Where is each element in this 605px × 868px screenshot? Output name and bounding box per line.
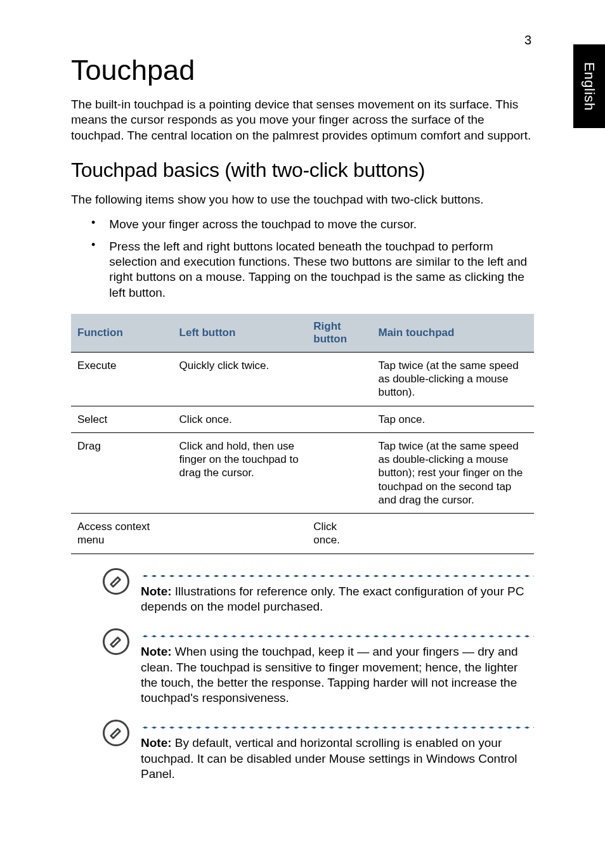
- note-body: Note: By default, vertical and horizonta…: [141, 720, 534, 782]
- th-left: Left button: [173, 314, 308, 353]
- cell-right: [307, 432, 372, 513]
- bullet-icon: •: [91, 217, 95, 232]
- function-table: Function Left button Right button Main t…: [71, 314, 534, 554]
- cell-left: Click and hold, then use finger on the t…: [173, 432, 308, 513]
- note-rest: By default, vertical and horizontal scro…: [141, 736, 517, 781]
- note-text: Note: By default, vertical and horizonta…: [141, 735, 534, 782]
- page-content: 3 Touchpad The built-in touchpad is a po…: [0, 0, 605, 825]
- note-bold: Note:: [141, 736, 172, 749]
- dots-divider-icon: [141, 635, 534, 638]
- note-rest: When using the touchpad, keep it — and y…: [141, 645, 518, 704]
- bullet-icon: •: [91, 239, 95, 301]
- cell-left: Click once.: [173, 406, 308, 432]
- cell-left: Quickly click twice.: [173, 352, 308, 406]
- note-text: Note: When using the touchpad, keep it —…: [141, 644, 534, 706]
- note-block: Note: Illustrations for reference only. …: [103, 568, 534, 615]
- note-rest: Illustrations for reference only. The ex…: [141, 585, 524, 613]
- section-sub: The following items show you how to use …: [71, 192, 534, 207]
- table-header-row: Function Left button Right button Main t…: [71, 314, 534, 353]
- page-number: 3: [71, 33, 534, 48]
- note-body: Note: When using the touchpad, keep it —…: [141, 628, 534, 706]
- cell-function: Select: [71, 406, 173, 432]
- cell-function: Drag: [71, 432, 173, 513]
- cell-main: Tap once.: [372, 406, 534, 432]
- note-text: Note: Illustrations for reference only. …: [141, 584, 534, 615]
- page-title: Touchpad: [71, 54, 534, 87]
- language-tab: English: [573, 44, 605, 128]
- note-bold: Note:: [141, 645, 172, 658]
- note-pencil-icon: [103, 628, 129, 655]
- cell-right: [307, 406, 372, 432]
- list-item-text: Press the left and right buttons located…: [109, 239, 534, 301]
- note-pencil-icon: [103, 720, 129, 746]
- cell-main: [372, 514, 534, 554]
- cell-right: Click once.: [307, 514, 372, 554]
- pencil-icon: [109, 574, 123, 588]
- cell-right: [307, 352, 372, 406]
- list-item: • Press the left and right buttons locat…: [71, 236, 534, 304]
- bullet-list: • Move your finger across the touchpad t…: [71, 214, 534, 304]
- table-row: Select Click once. Tap once.: [71, 406, 534, 432]
- section-heading: Touchpad basics (with two-click buttons): [71, 159, 534, 182]
- cell-function: Access context menu: [71, 514, 173, 554]
- list-item: • Move your finger across the touchpad t…: [71, 214, 534, 235]
- th-right: Right button: [307, 314, 372, 353]
- table-row: Execute Quickly click twice. Tap twice (…: [71, 352, 534, 406]
- note-pencil-icon: [103, 568, 129, 595]
- cell-function: Execute: [71, 352, 173, 406]
- cell-main: Tap twice (at the same speed as double-c…: [372, 432, 534, 513]
- table-row: Access context menu Click once.: [71, 514, 534, 554]
- table-row: Drag Click and hold, then use finger on …: [71, 432, 534, 513]
- dots-divider-icon: [141, 574, 534, 578]
- language-tab-label: English: [581, 62, 597, 111]
- cell-main: Tap twice (at the same speed as double-c…: [372, 352, 534, 406]
- note-block: Note: When using the touchpad, keep it —…: [103, 628, 534, 706]
- note-body: Note: Illustrations for reference only. …: [141, 568, 534, 615]
- th-main: Main touchpad: [372, 314, 534, 353]
- dots-divider-icon: [141, 726, 534, 729]
- note-block: Note: By default, vertical and horizonta…: [103, 720, 534, 782]
- cell-left: [173, 514, 308, 554]
- note-bold: Note:: [141, 585, 172, 598]
- list-item-text: Move your finger across the touchpad to …: [109, 217, 417, 232]
- pencil-icon: [109, 635, 123, 649]
- th-function: Function: [71, 314, 173, 353]
- pencil-icon: [109, 726, 123, 740]
- intro-paragraph: The built-in touchpad is a pointing devi…: [71, 97, 534, 143]
